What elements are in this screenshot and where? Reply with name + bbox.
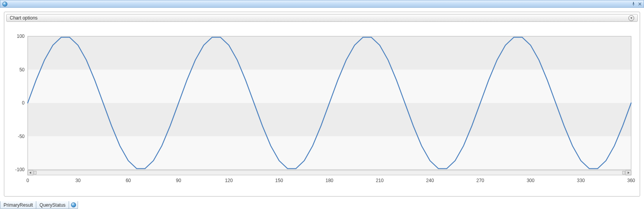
svg-text:-50: -50 [18, 134, 25, 139]
svg-text:270: 270 [476, 178, 484, 183]
globe-icon [71, 202, 76, 208]
globe-icon [2, 1, 7, 7]
range-scrollbar[interactable] [28, 170, 631, 175]
svg-text:360: 360 [627, 178, 635, 183]
svg-rect-25 [34, 171, 36, 174]
svg-text:150: 150 [275, 178, 283, 183]
svg-text:330: 330 [577, 178, 585, 183]
svg-text:300: 300 [527, 178, 534, 183]
content-area: Chart options -100-500501000306090120150… [0, 8, 644, 200]
svg-text:0: 0 [22, 100, 25, 106]
svg-text:180: 180 [325, 178, 333, 183]
svg-text:240: 240 [426, 178, 434, 183]
tab-label: PrimaryResult [4, 202, 33, 208]
svg-text:50: 50 [20, 67, 25, 73]
tab-primary-result[interactable]: PrimaryResult [0, 201, 36, 209]
svg-rect-2 [28, 70, 631, 103]
chart-svg: -100-50050100030609012015018021024027030… [6, 23, 638, 195]
tab-query-status[interactable]: QueryStatus [36, 201, 69, 209]
close-icon[interactable]: ✕ [638, 2, 642, 7]
svg-text:100: 100 [17, 34, 25, 39]
chart-options-label: Chart options [10, 15, 37, 21]
svg-text:210: 210 [376, 178, 383, 183]
content-frame: Chart options -100-500501000306090120150… [4, 12, 640, 197]
svg-text:60: 60 [126, 178, 131, 183]
tab-chart[interactable] [69, 201, 78, 209]
svg-text:0: 0 [27, 178, 29, 183]
svg-text:120: 120 [225, 178, 233, 183]
chart: -100-50050100030609012015018021024027030… [4, 23, 640, 196]
svg-rect-26 [623, 171, 625, 174]
pin-icon[interactable] [632, 2, 635, 6]
chart-options-bar[interactable]: Chart options [6, 14, 638, 22]
tab-label: QueryStatus [39, 202, 66, 208]
svg-rect-1 [28, 103, 631, 136]
tab-strip: PrimaryResult QueryStatus [0, 200, 644, 209]
panel-title-bar: ✕ [0, 0, 644, 8]
svg-text:30: 30 [75, 178, 81, 183]
expand-icon[interactable] [628, 15, 634, 21]
svg-text:90: 90 [176, 178, 181, 183]
svg-text:-100: -100 [15, 167, 25, 172]
result-panel: ✕ Chart options -100-5005010003060901201… [0, 0, 644, 209]
